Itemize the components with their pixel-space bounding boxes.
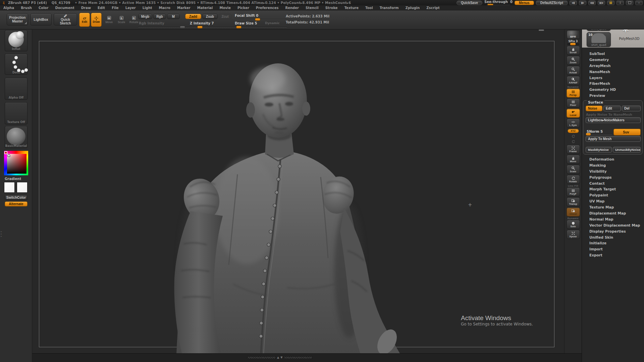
menu-item-stencil[interactable]: Stencil: [302, 5, 322, 10]
shelf-button[interactable]: [569, 139, 578, 144]
tray-section-nanomesh[interactable]: NanoMesh: [582, 69, 644, 75]
current-stroke-thumbnail[interactable]: Dots: [5, 54, 28, 75]
minimize-button[interactable]: ↧: [616, 1, 624, 5]
menu-item-edit[interactable]: Edit: [94, 5, 108, 10]
spix-handle[interactable]: [570, 43, 576, 45]
current-brush-thumbnail[interactable]: Inflat: [5, 30, 28, 51]
shelf-button[interactable]: Xpose: [567, 230, 580, 239]
focal-shift-handle[interactable]: [255, 18, 260, 21]
tray-section-preview[interactable]: Preview: [582, 93, 644, 99]
draw-button[interactable]: -¦-Draw: [91, 13, 102, 27]
tray-section-subtool[interactable]: SubTool: [582, 51, 644, 57]
tray-section-fibermesh[interactable]: FiberMesh: [582, 80, 644, 86]
unmask-by-noise-button[interactable]: UnmaskByNoise: [613, 147, 641, 153]
tray-section-export[interactable]: Export: [582, 252, 644, 258]
tray-divider-grip[interactable]: [539, 29, 544, 31]
menu-item-marker[interactable]: Marker: [174, 5, 194, 10]
menu-item-zscript[interactable]: Zscript: [423, 5, 443, 10]
menu-item-preferences[interactable]: Preferences: [253, 5, 282, 10]
menus-button[interactable]: Menus: [515, 1, 534, 5]
menu-item-alpha[interactable]: Alpha: [0, 5, 17, 10]
zsub-button[interactable]: Zsub: [202, 14, 218, 19]
shelf-button[interactable]: Scroll: [567, 46, 580, 55]
menu-item-light[interactable]: Light: [139, 5, 156, 10]
surface-header[interactable]: Surface: [587, 100, 604, 104]
rgb-intensity-handle[interactable]: [180, 26, 185, 28]
tray-section-layers[interactable]: Layers: [582, 75, 644, 81]
mrgb-button[interactable]: Mrgb: [138, 14, 152, 19]
tray-left-icon[interactable]: ◀▣: [588, 1, 596, 5]
rotate-button[interactable]: RRotate: [128, 14, 140, 25]
tray-section-display-properties[interactable]: Display Properties: [582, 228, 644, 234]
tray-down-arrow-icon[interactable]: ▼: [280, 356, 282, 359]
tray-section-normal-map[interactable]: Normal Map: [582, 216, 644, 222]
tray-section-arraymesh[interactable]: ArrayMesh: [582, 63, 644, 69]
tray-section-geometry-hd[interactable]: Geometry HD: [582, 86, 644, 93]
zcut-button[interactable]: Zcut: [219, 14, 231, 19]
shelf-button[interactable]: Ghost: [567, 207, 580, 217]
tray-section-vector-displacement-map[interactable]: Vector Displacement Map: [582, 222, 644, 228]
menu-item-picker[interactable]: Picker: [234, 5, 253, 10]
shelf-button[interactable]: Local: [567, 109, 580, 118]
noise-del-button[interactable]: Del: [622, 106, 641, 111]
shelf-button[interactable]: Zoom: [567, 56, 580, 65]
menu-item-draw[interactable]: Draw: [78, 5, 94, 10]
see-through-handle[interactable]: [487, 4, 493, 5]
shelf-button[interactable]: Frame: [567, 145, 580, 154]
shelf-button[interactable]: Floor: [567, 99, 580, 108]
default-zscript-button[interactable]: DefaultZScript: [536, 1, 568, 5]
menu-item-tool[interactable]: Tool: [362, 5, 376, 10]
current-alpha-thumbnail[interactable]: Alpha Off: [5, 78, 28, 100]
shelf-button[interactable]: Scale: [567, 165, 580, 174]
spix-slider[interactable]: SPix 3: [567, 40, 579, 45]
scale-button[interactable]: SScale: [116, 14, 127, 25]
lock-icon[interactable]: [607, 1, 614, 5]
shelf-button[interactable]: Solo: [567, 220, 580, 229]
tray-section-initialize[interactable]: Initialize: [582, 240, 644, 246]
menu-item-color[interactable]: Color: [35, 5, 52, 10]
tray-section-deformation[interactable]: Deformation: [582, 156, 644, 162]
tray-section-texture-map[interactable]: Texture Map: [582, 204, 644, 210]
restore-button[interactable]: [626, 1, 633, 5]
tray-section-polypaint[interactable]: Polypaint: [582, 192, 644, 198]
draw-size-handle[interactable]: [236, 26, 241, 28]
rgb-button[interactable]: Rgb: [153, 14, 166, 19]
quicksave-button[interactable]: QuickSave: [457, 1, 482, 5]
see-through-slider[interactable]: See-through 0: [484, 0, 513, 5]
secondary-color-swatch[interactable]: [17, 182, 28, 193]
tray-section-masking[interactable]: Masking: [582, 162, 644, 168]
current-material-thumbnail[interactable]: BasicMaterial: [5, 126, 28, 148]
shelf-button[interactable]: Persp: [567, 88, 580, 98]
shelf-button[interactable]: [569, 134, 578, 138]
bpr-render-button[interactable]: BPR: [567, 30, 580, 39]
menu-item-transform[interactable]: Transform: [376, 5, 402, 10]
lightbox-noisemakers-button[interactable]: Lightbox▸NoiseMakers: [586, 117, 641, 123]
tray-up-arrow-icon[interactable]: ▲: [277, 356, 279, 359]
noise-button[interactable]: Noise: [586, 106, 602, 111]
tray-section-morph-target[interactable]: Morph Target: [582, 186, 644, 192]
shelf-button[interactable]: Actual: [567, 66, 580, 75]
menu-item-material[interactable]: Material: [194, 5, 216, 10]
switch-color-button[interactable]: SwitchColor: [5, 195, 28, 200]
quick-sketch-button[interactable]: 🖉Quick Sketch: [54, 13, 77, 25]
z-intensity-handle[interactable]: [197, 26, 203, 28]
menu-item-file[interactable]: File: [108, 5, 122, 10]
menu-item-brush[interactable]: Brush: [17, 5, 35, 10]
divider-bar-left-icon[interactable]: ◀▮: [570, 1, 577, 5]
close-button[interactable]: ×: [635, 1, 643, 5]
projection-master-button[interactable]: Projection Master: [7, 13, 28, 25]
menu-item-macro[interactable]: Macro: [156, 5, 174, 10]
tray-section-polygroups[interactable]: Polygroups: [582, 174, 644, 180]
zadd-button[interactable]: Zadd: [185, 14, 201, 19]
noise-edit-button[interactable]: Edit: [603, 106, 621, 111]
mask-by-noise-button[interactable]: MaskByNoise: [586, 147, 612, 153]
shelf-button[interactable]: Rotate: [567, 175, 580, 184]
left-tray-divider-grip[interactable]: ▸▸▸: [0, 231, 3, 238]
alternate-button[interactable]: Alternate: [5, 201, 28, 206]
shelf-button[interactable]: Transp: [567, 197, 580, 206]
shelf-button[interactable]: XYZ: [568, 129, 579, 133]
shelf-button[interactable]: AAHalf: [567, 76, 580, 85]
apply-to-mesh-button[interactable]: Apply To Mesh: [586, 136, 641, 142]
tray-right-icon[interactable]: ▣▶: [598, 1, 605, 5]
color-picker[interactable]: [4, 151, 28, 175]
